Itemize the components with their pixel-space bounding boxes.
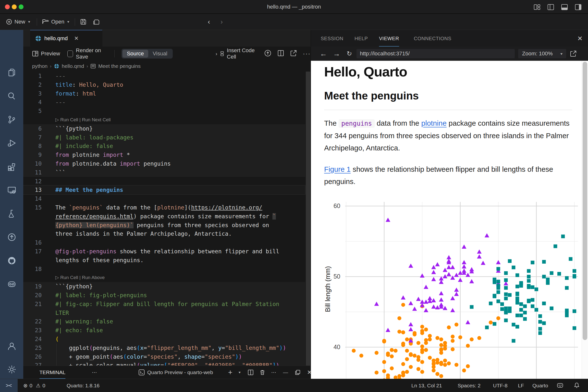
panel-close-icon[interactable]: ✕ [577, 35, 582, 42]
run-debug-icon[interactable] [0, 134, 23, 152]
line-number: 8 [23, 142, 42, 150]
viewer-paragraph-1: The penguins data from the plotnine pack… [324, 117, 574, 154]
tab-hello-qmd[interactable]: hello.qmd ✕ [30, 30, 102, 46]
title-bar: hello.qmd — _positron [0, 0, 588, 14]
toggle-sidebar-icon[interactable] [547, 4, 554, 10]
explorer-icon[interactable] [0, 64, 23, 81]
viewer-section-heading: Meet the penguins [324, 90, 419, 102]
code-row: 22#| warning: false [23, 317, 305, 326]
insert-cell-icon [220, 50, 224, 57]
quarto-version-status[interactable]: Quarto: 1.8.16 [67, 379, 100, 392]
codelens-action[interactable]: Run Cell [60, 117, 78, 122]
line-number: 6 [23, 124, 42, 133]
viewer-reload-icon[interactable]: ↻ [347, 48, 352, 59]
code-row: 20#| label: fig-plot-penguins [23, 291, 305, 300]
navigate-back-button[interactable]: ‹ [208, 16, 210, 27]
codelens-action[interactable]: Run Next Cell [82, 117, 110, 122]
split-terminal-button[interactable] [248, 366, 254, 379]
feedback-icon[interactable] [557, 382, 564, 390]
panel-more-icon[interactable]: ⋯ [92, 366, 97, 379]
codelens-action[interactable]: Run Above [82, 275, 104, 280]
split-editor-button[interactable] [277, 50, 284, 58]
new-terminal-button[interactable]: + [228, 366, 232, 379]
viewer-scrollbar[interactable] [582, 61, 588, 379]
breadcrumb[interactable]: python› hello.qmd› Meet the penguins [23, 61, 311, 72]
editor-group: hello.qmd ✕ Preview Render on Save Sourc… [23, 30, 311, 366]
editor-more-actions-button[interactable]: ··· [303, 50, 311, 58]
panel-tab-viewer[interactable]: VIEWER [379, 30, 399, 46]
tab-close-icon[interactable]: ✕ [74, 35, 78, 42]
eol-status[interactable]: LF [518, 379, 524, 392]
testing-icon[interactable] [0, 205, 23, 222]
panel-tab-session[interactable]: SESSION [321, 30, 343, 46]
line-number: 7 [23, 133, 42, 142]
terminal-dropdown-icon[interactable]: ▼ [238, 366, 241, 379]
insert-code-cell-button[interactable]: › Insert Code Cell [216, 47, 258, 60]
open-button[interactable]: Open▼ [42, 16, 70, 27]
console-icon[interactable] [0, 181, 23, 199]
line-number: 15 [23, 203, 42, 212]
open-in-new-window-button[interactable] [290, 50, 297, 58]
encoding-status[interactable]: UTF-8 [493, 379, 508, 392]
language-mode-status[interactable]: Quarto [532, 379, 548, 392]
window-title: hello.qmd — _positron [0, 0, 588, 14]
cursor-position-status[interactable]: Ln 13, Col 21 [411, 379, 442, 392]
account-icon[interactable] [0, 337, 23, 355]
viewer-back-icon[interactable]: ← [320, 48, 327, 59]
secondary-panel: SESSIONHELPVIEWERCONNECTIONS ✕ ← → ↻ htt… [311, 30, 588, 379]
code-row: 10from plotnine.data import penguins [23, 159, 305, 168]
customize-layout-icon[interactable] [534, 4, 540, 10]
problems-status[interactable]: ⊗0 ⚠0 [23, 379, 45, 392]
source-control-icon[interactable] [0, 111, 23, 128]
hyperlink[interactable]: plotnine [421, 119, 446, 127]
render-on-save-checkbox[interactable]: Render on Save [68, 47, 108, 60]
panel-tab-connections[interactable]: CONNECTIONS [414, 30, 451, 46]
code-editor[interactable]: 1---2title: Hello, Quarto3format: html4-… [23, 72, 311, 366]
visual-mode-button[interactable]: Visual [148, 50, 172, 58]
line-number: 27 [23, 361, 42, 366]
navigate-forward-button[interactable]: › [220, 16, 223, 27]
line-number: 22 [23, 317, 42, 326]
line-number: 13 [23, 186, 42, 194]
preview-button[interactable]: Preview [32, 50, 60, 57]
save-button[interactable] [80, 16, 87, 27]
extensions-icon[interactable] [0, 158, 23, 176]
terminal-more-actions[interactable]: ⋯ [271, 366, 276, 379]
code-row: 8#| include: false [23, 142, 305, 150]
toggle-secondary-sidebar-icon[interactable] [575, 4, 582, 10]
svg-text:60: 60 [334, 202, 340, 209]
panel-tab-help[interactable]: HELP [354, 30, 368, 46]
viewer-url-input[interactable]: http://localhost:3715/ [356, 49, 515, 58]
restore-panel-button[interactable] [295, 366, 300, 379]
new-button[interactable]: New▼ [6, 16, 31, 27]
github-icon[interactable] [0, 252, 23, 270]
publish-icon[interactable] [0, 228, 23, 246]
terminal-session-tab[interactable]: Quarto Preview - quarto-web [138, 366, 213, 379]
settings-icon[interactable] [0, 361, 23, 378]
open-external-icon[interactable] [570, 48, 577, 59]
editor-tab-strip: hello.qmd ✕ [23, 30, 311, 46]
toggle-panel-icon[interactable] [561, 4, 568, 10]
editor-toolbar: Preview Render on Save Source Visual › I… [23, 46, 311, 61]
code-row: 16 [23, 238, 305, 247]
minimize-panel-button[interactable]: — [283, 366, 288, 379]
viewer-zoom-select[interactable]: Zoom: 100%▼ [518, 49, 566, 58]
render-document-button[interactable] [264, 50, 272, 58]
editor-scrollbar[interactable] [306, 72, 310, 366]
indentation-status[interactable]: Spaces: 2 [458, 379, 480, 392]
code-row: 21#| fig-cap: Flipper and bill length fo… [23, 300, 305, 308]
save-all-button[interactable] [92, 16, 100, 27]
code-row: 27 + scale_color_manual(values=["#FF8C00… [23, 361, 305, 366]
codelens-action[interactable]: Run Cell [60, 275, 78, 280]
kill-terminal-button[interactable] [260, 366, 265, 379]
terminal-tab[interactable]: TERMINAL [40, 366, 66, 379]
viewer-forward-icon[interactable]: → [333, 48, 340, 59]
hyperlink[interactable]: Figure 1 [324, 165, 350, 173]
notifications-bell-icon[interactable] [573, 382, 580, 390]
remote-indicator[interactable]: >< [0, 379, 18, 392]
search-icon[interactable] [0, 87, 23, 105]
assistant-icon[interactable] [0, 276, 23, 293]
code-row: 6```{python} [23, 124, 305, 133]
codelens-row: ▷ Run Cell | Run Next Cell [23, 116, 305, 124]
source-mode-button[interactable]: Source [122, 50, 148, 58]
